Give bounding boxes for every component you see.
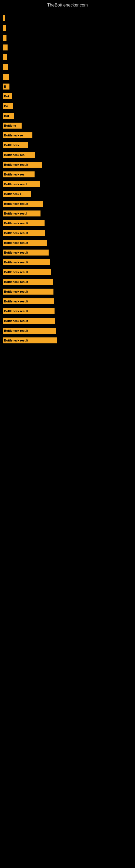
bar-row: Bottleneck result <box>3 317 132 325</box>
bar-label: Bottleneck result <box>4 241 28 244</box>
bar-row: Bottleneck result <box>3 249 132 256</box>
bar-row: Bot <box>3 93 132 100</box>
bar-item <box>3 15 5 21</box>
bar-item: Bot <box>3 113 14 119</box>
bar-label: Bottleneck result <box>4 202 28 205</box>
bar-row <box>3 44 132 51</box>
bar-label: Bottleneck result <box>4 310 28 313</box>
bar-item: Bot <box>3 93 12 99</box>
bar-item: Bottleneck res <box>3 152 35 158</box>
bar-label: B <box>4 85 6 88</box>
bar-label: Bottleneck result <box>4 329 28 332</box>
bar-label: Bottleneck <box>4 144 19 147</box>
bar-row: Bottleneck result <box>3 278 132 286</box>
bar-row: Bottleneck resul <box>3 180 132 188</box>
bar-row: Bottleneck result <box>3 229 132 237</box>
bar-item <box>3 74 9 80</box>
bar-row: Bottlene <box>3 122 132 129</box>
bar-item <box>3 44 8 51</box>
bar-label: Bottlene <box>4 124 16 127</box>
bar-label: Bot <box>4 95 9 98</box>
bar-item: Bottleneck result <box>3 220 45 226</box>
bar-row: Bottleneck result <box>3 288 132 296</box>
bar-item: Bottleneck result <box>3 279 53 285</box>
site-title: TheBottlenecker.com <box>0 0 135 9</box>
bar-item <box>3 35 6 41</box>
bars-container: BBotBoBotBottleneBottleneck reBottleneck… <box>0 9 135 349</box>
bar-label: Bottleneck result <box>4 300 28 303</box>
bar-row: Bottleneck result <box>3 268 132 276</box>
bar-row <box>3 63 132 71</box>
bar-item: Bottleneck result <box>3 318 55 324</box>
bar-label: Bottleneck r <box>4 192 21 195</box>
bar-item: Bottleneck resul <box>3 211 41 216</box>
bar-row: Bottleneck r <box>3 190 132 198</box>
bar-row: Bottleneck result <box>3 219 132 227</box>
bar-item: Bottleneck r <box>3 191 31 197</box>
bar-label: Bot <box>4 114 9 118</box>
bar-label: Bottleneck resul <box>4 212 27 215</box>
bar-label: Bottleneck result <box>4 290 28 293</box>
bar-item: Bottleneck result <box>3 201 43 207</box>
bar-label: Bottleneck result <box>4 280 28 283</box>
bar-label: Bottleneck result <box>4 271 28 274</box>
bar-row <box>3 14 132 22</box>
bar-item: Bottleneck result <box>3 328 56 334</box>
bar-item <box>3 64 8 70</box>
bar-item: Bottleneck resul <box>3 181 40 187</box>
bar-row: Bo <box>3 102 132 110</box>
bar-row: Bottleneck res <box>3 170 132 178</box>
bar-item: Bottleneck result <box>3 230 45 236</box>
bar-item: Bottleneck result <box>3 299 54 304</box>
bar-row: Bot <box>3 112 132 120</box>
bar-row: Bottleneck result <box>3 200 132 208</box>
bar-row: Bottleneck result <box>3 337 132 344</box>
bar-item: Bottleneck result <box>3 337 57 343</box>
bar-label: Bo <box>4 104 8 108</box>
bar-label: Bottleneck result <box>4 261 28 264</box>
bar-item: Bottleneck result <box>3 308 54 314</box>
bar-label: Bottleneck result <box>4 231 28 235</box>
bar-row: Bottleneck result <box>3 239 132 247</box>
bar-label: Bottleneck resul <box>4 183 27 186</box>
bar-label: Bottleneck res <box>4 173 25 176</box>
bar-row: Bottleneck <box>3 141 132 149</box>
bar-item: Bottleneck result <box>3 269 51 275</box>
bar-label: Bottleneck result <box>4 222 28 225</box>
bar-label: Bottleneck re <box>4 134 23 137</box>
bar-row: Bottleneck re <box>3 131 132 139</box>
bar-item: Bottleneck res <box>3 172 35 177</box>
bar-item: Bottleneck result <box>3 289 53 294</box>
bar-row <box>3 54 132 61</box>
bar-row: Bottleneck result <box>3 161 132 168</box>
bar-row: Bottleneck resul <box>3 210 132 217</box>
bar-row: Bottleneck res <box>3 151 132 159</box>
bar-item: Bottleneck result <box>3 259 50 265</box>
bar-row: Bottleneck result <box>3 327 132 335</box>
bar-row <box>3 34 132 41</box>
bar-row: Bottleneck result <box>3 307 132 315</box>
bar-item <box>3 25 6 31</box>
bar-row: Bottleneck result <box>3 258 132 266</box>
bar-item: Bottleneck result <box>3 162 42 167</box>
bar-item: Bottlene <box>3 123 21 129</box>
bar-row <box>3 24 132 32</box>
bar-item: B <box>3 84 9 90</box>
bar-label: Bottleneck res <box>4 153 25 156</box>
bar-label: Bottleneck result <box>4 251 28 254</box>
bar-item: Bottleneck re <box>3 132 32 138</box>
bar-item: Bottleneck result <box>3 250 49 255</box>
bar-item: Bottleneck result <box>3 240 47 246</box>
bar-label: Bottleneck result <box>4 319 28 322</box>
bar-row: B <box>3 83 132 90</box>
bar-label: Bottleneck result <box>4 339 28 342</box>
bar-item: Bottleneck <box>3 142 28 148</box>
bar-label: Bottleneck result <box>4 163 28 166</box>
bar-item <box>3 54 7 60</box>
bar-row: Bottleneck result <box>3 298 132 305</box>
bar-item: Bo <box>3 103 13 109</box>
bar-row <box>3 73 132 81</box>
